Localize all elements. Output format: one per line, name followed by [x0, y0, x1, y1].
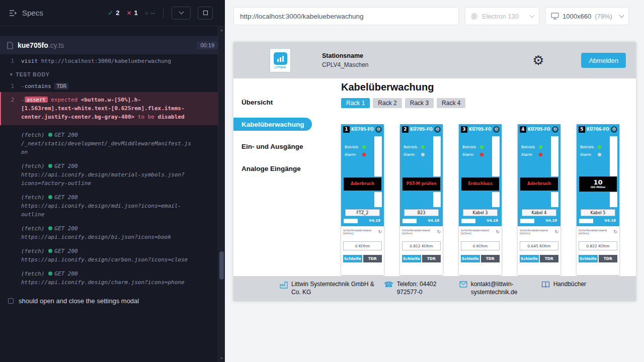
passed-count: 2 — [116, 9, 119, 17]
circle-icon: ○ — [145, 10, 148, 16]
refresh-icon[interactable]: ↻ — [613, 230, 617, 234]
spec-file-row[interactable]: kue705fo.cy.ts 00:19 — [0, 36, 225, 54]
test-body-section[interactable]: ▾ TEST BODY — [0, 65, 218, 82]
line-number: 1 — [0, 82, 21, 90]
resistance-value: 0.822 KOhm — [579, 241, 617, 250]
logout-button[interactable]: Abmelden — [581, 53, 626, 68]
divider — [163, 8, 164, 18]
tdr-button[interactable]: TDR — [422, 255, 441, 262]
tab-rack-4[interactable]: Rack 4 — [437, 98, 465, 108]
specs-menu-button[interactable]: Specs — [9, 9, 43, 17]
module-gear-icon[interactable]: ⚙ — [493, 126, 500, 133]
cable-name: B23 — [404, 209, 439, 216]
firmware-version: V4.19 — [369, 219, 380, 223]
next-test-title: should open and close the settings modal — [19, 297, 139, 305]
sidebar-item-ein-und-ausgaenge[interactable]: Ein- und Ausgänge — [233, 140, 312, 153]
scroll-down-icon[interactable]: ▼ — [218, 356, 225, 360]
command-visit[interactable]: 1 visit http://localhost:3000/kabelueber… — [0, 57, 218, 65]
command-contains[interactable]: 1 -contains TDR — [0, 82, 218, 90]
alarm-led — [539, 153, 542, 156]
browser-name: Electron 130 — [482, 13, 519, 20]
logo-text: LITTWIN — [274, 66, 286, 69]
alarm-led — [362, 153, 366, 156]
app-footer: Littwin Systemtechnik GmbH & Co. KG ☎ Te… — [233, 276, 636, 301]
scroll-up-icon[interactable]: ▲ — [218, 28, 225, 32]
footer-phone: ☎ Telefon: 04402 972577-0 — [384, 281, 453, 296]
line-number: 2 — [1, 96, 21, 121]
sidebar-item-uebersicht[interactable]: Übersicht — [233, 96, 312, 109]
browser-selector[interactable]: Electron 130 — [465, 7, 539, 25]
module-card-4: 4 KÜ705-FO ⚙ Betrieb Alarm — [518, 124, 560, 275]
schleife-button[interactable]: Schleife — [579, 255, 598, 262]
screen: Specs ✓ 2 ✕ 1 ○ -- — [0, 0, 644, 362]
module-number: 3 — [461, 126, 467, 133]
network-request[interactable]: (fetch)GET 200 https://api.iconify.desig… — [0, 224, 218, 241]
tdr-button[interactable]: TDR — [540, 255, 559, 262]
page-title: Kabelüberwachung — [341, 81, 636, 93]
viewport-selector[interactable]: 1000x660 (79%) — [545, 7, 629, 25]
spec-timer: 00:19 — [197, 41, 218, 49]
resistance-value: 0 KOhm — [343, 241, 382, 250]
reporter-header: Specs ✓ 2 ✕ 1 ○ -- — [0, 0, 225, 26]
network-request[interactable]: (fetch)GET 200 https://api.iconify.desig… — [0, 247, 218, 264]
footer-email[interactable]: kontakt@littwin-systemtechnik.de — [459, 281, 535, 296]
refresh-icon[interactable]: ↻ — [496, 230, 500, 234]
betrieb-led — [362, 145, 366, 149]
network-request[interactable]: (fetch)GET 200 https://api.iconify.desig… — [0, 162, 218, 188]
alarm-led — [480, 153, 484, 156]
scrollbar-thumb[interactable] — [219, 251, 224, 280]
module-status-display: Aderbruch — [344, 177, 381, 191]
app-sidebar: Übersicht Kabelüberwachung Ein- und Ausg… — [233, 78, 312, 301]
failed-count: 1 — [134, 9, 137, 17]
rack-tabs: Rack 1 Rack 2 Rack 3 Rack 4 — [341, 98, 636, 108]
module-gear-icon[interactable]: ⚙ — [552, 126, 558, 133]
label-strip — [551, 136, 558, 176]
schleife-button[interactable]: Schleife — [343, 255, 362, 262]
module-status-display: Aderbruch — [520, 177, 558, 191]
schleife-button[interactable]: Schleife — [461, 255, 480, 262]
refresh-icon[interactable]: ↻ — [554, 230, 558, 234]
betrieb-led — [421, 145, 425, 149]
betrieb-led — [598, 145, 601, 149]
footer-manuals[interactable]: Handbücher — [541, 281, 586, 289]
section-label: TEST BODY — [16, 70, 49, 79]
tab-rack-2[interactable]: Rack 2 — [373, 98, 401, 108]
refresh-icon[interactable]: ↻ — [378, 230, 382, 234]
module-gear-icon[interactable]: ⚙ — [611, 126, 617, 133]
schleife-button[interactable]: Schleife — [520, 255, 539, 262]
stat-pending: ○ -- — [145, 9, 155, 17]
spec-basename: kue705fo — [18, 41, 48, 49]
collapse-runs-button[interactable] — [172, 7, 191, 20]
network-request[interactable]: (fetch)GET 200 https://api.iconify.desig… — [0, 193, 218, 219]
tab-rack-3[interactable]: Rack 3 — [405, 98, 434, 108]
tab-rack-1[interactable]: Rack 1 — [341, 98, 370, 108]
module-gear-icon[interactable]: ⚙ — [375, 126, 382, 133]
refresh-icon[interactable]: ↻ — [437, 230, 441, 234]
stat-passed: ✓ 2 — [108, 9, 119, 17]
tdr-button[interactable]: TDR — [363, 255, 382, 262]
chevron-down-icon: ▾ — [10, 70, 13, 79]
command-name: visit — [21, 58, 38, 64]
request-url: https://api.iconify.design/carbon.json?i… — [21, 255, 188, 264]
network-request[interactable]: (fetch)GET 200 https://api.iconify.desig… — [0, 269, 218, 287]
alarm-led — [598, 153, 601, 156]
schleife-button[interactable]: Schleife — [402, 255, 421, 262]
tdr-button[interactable]: TDR — [481, 255, 500, 262]
cross-icon: ✕ — [126, 10, 131, 17]
next-test-row[interactable]: should open and close the settings modal — [0, 291, 218, 311]
electron-icon — [470, 13, 478, 20]
stop-run-button[interactable] — [198, 7, 213, 20]
failed-assert-block[interactable]: 2 -assert expected <button.w-[50%].h-[1.… — [0, 92, 218, 125]
sidebar-item-kabelueberwachung[interactable]: Kabelüberwachung — [233, 118, 312, 131]
settings-gear-icon[interactable]: ⚙ — [532, 54, 544, 67]
reporter-scrollbar[interactable]: ▲ ▼ — [218, 26, 225, 362]
app-under-test: LITTWIN Stationsname CPLV4_Maschen ⚙ Abm… — [233, 42, 636, 301]
firmware-version: V4.19 — [545, 219, 557, 223]
sidebar-item-analoge-eingaenge[interactable]: Analoge Eingänge — [233, 162, 312, 175]
network-request[interactable]: (fetch)GET 200 /_next/static/development… — [0, 131, 218, 156]
browser-toolbar: http://localhost:3000/kabelueberwachung … — [225, 0, 644, 32]
chevron-down-icon — [179, 10, 184, 15]
url-input[interactable]: http://localhost:3000/kabelueberwachung — [233, 7, 459, 25]
tdr-button[interactable]: TDR — [599, 255, 618, 262]
module-gear-icon[interactable]: ⚙ — [434, 126, 441, 133]
